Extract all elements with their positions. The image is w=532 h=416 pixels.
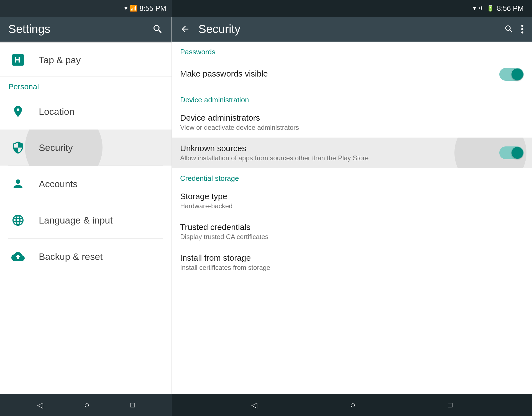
back-button[interactable] [180, 24, 190, 34]
personal-section-label: Personal [0, 77, 172, 93]
wifi-icon: ▾ [473, 5, 476, 12]
left-recent-nav[interactable]: □ [130, 401, 135, 409]
sidebar-item-security[interactable]: Security [0, 130, 172, 166]
security-header: Security [172, 17, 532, 42]
left-status-time: 8:55 PM [139, 4, 166, 13]
passwords-section-label: Passwords [172, 42, 532, 59]
battery-icon: 🔋 [487, 5, 494, 12]
location-label: Location [39, 106, 75, 117]
right-status-time: 8:56 PM [497, 4, 524, 13]
left-header: Settings [0, 17, 172, 42]
unknown-sources-subtitle: Allow installation of apps from sources … [180, 154, 494, 162]
right-home-nav[interactable]: ○ [350, 400, 355, 410]
right-nav-bar: ◁ ○ □ [172, 394, 532, 416]
backup-label: Backup & reset [39, 251, 103, 262]
header-actions [504, 24, 524, 34]
install-from-storage-item[interactable]: Install from storage Install certificate… [172, 247, 532, 278]
credential-storage-section-label: Credential storage [172, 168, 532, 186]
settings-title: Settings [8, 22, 50, 36]
trusted-credentials-title: Trusted credentials [180, 222, 524, 232]
device-admin-subtitle: View or deactivate device administrators [180, 124, 524, 131]
make-passwords-toggle[interactable] [499, 68, 524, 81]
accounts-icon [8, 174, 28, 194]
svg-point-0 [521, 25, 523, 27]
sidebar-item-accounts[interactable]: Accounts [0, 166, 172, 202]
settings-list: Tap & pay Personal Location [0, 43, 172, 394]
install-storage-subtitle: Install certificates from storage [180, 264, 524, 272]
unknown-sources-text: Unknown sources Allow installation of ap… [180, 144, 494, 162]
status-bar: ▾ 📶 8:55 PM ▾ ✈ 🔋 8:56 PM [0, 0, 532, 17]
phone-icon: 📶 [130, 5, 137, 12]
sidebar-item-language[interactable]: Language & input [0, 202, 172, 238]
storage-type-subtitle: Hardware-backed [180, 202, 524, 210]
make-passwords-text: Make passwords visible [180, 69, 494, 80]
device-admin-text: Device administrators View or deactivate… [180, 113, 524, 131]
security-search-icon[interactable] [504, 24, 514, 34]
make-passwords-title: Make passwords visible [180, 69, 494, 78]
status-bar-left: ▾ 📶 8:55 PM [0, 0, 172, 17]
unknown-sources-toggle[interactable] [499, 146, 524, 159]
sidebar-item-backup[interactable]: Backup & reset [0, 239, 172, 275]
signal-icon: ▾ [124, 5, 127, 12]
tap-pay-icon [8, 50, 28, 70]
unknown-sources-toggle-switch[interactable] [499, 146, 524, 159]
sidebar-item-location[interactable]: Location [0, 93, 172, 130]
unknown-sources-toggle-knob [511, 147, 523, 159]
right-panel: Security Passwords [172, 17, 532, 394]
trusted-credentials-text: Trusted credentials Display trusted CA c… [180, 222, 524, 241]
bottom-nav: ◁ ○ □ ◁ ○ □ [0, 394, 532, 416]
security-label: Security [39, 142, 73, 153]
right-back-nav[interactable]: ◁ [251, 400, 257, 410]
storage-type-text: Storage type Hardware-backed [180, 192, 524, 210]
passwords-toggle-switch[interactable] [499, 68, 524, 81]
backup-icon [8, 247, 28, 266]
status-bar-right: ▾ ✈ 🔋 8:56 PM [172, 0, 532, 17]
tap-pay-label: Tap & pay [39, 55, 81, 65]
make-passwords-visible-item[interactable]: Make passwords visible [172, 59, 532, 90]
unknown-sources-item[interactable]: Unknown sources Allow installation of ap… [172, 138, 532, 168]
unknown-sources-title: Unknown sources [180, 144, 494, 153]
main-content: Settings Tap & pay Per [0, 17, 532, 394]
left-panel: Settings Tap & pay Per [0, 17, 172, 394]
right-recent-nav[interactable]: □ [448, 401, 452, 409]
left-nav-bar: ◁ ○ □ [0, 394, 172, 416]
install-storage-title: Install from storage [180, 253, 524, 263]
device-administrators-item[interactable]: Device administrators View or deactivate… [172, 107, 532, 138]
device-admin-title: Device administrators [180, 113, 524, 123]
language-label: Language & input [39, 215, 113, 226]
passwords-toggle-knob [511, 69, 523, 80]
language-icon [8, 210, 28, 230]
search-icon[interactable] [152, 24, 163, 35]
svg-point-1 [521, 28, 523, 30]
storage-type-item[interactable]: Storage type Hardware-backed [172, 186, 532, 216]
left-home-nav[interactable]: ○ [84, 400, 89, 410]
trusted-credentials-item[interactable]: Trusted credentials Display trusted CA c… [172, 216, 532, 247]
accounts-label: Accounts [39, 179, 78, 189]
tap-pay-item[interactable]: Tap & pay [0, 43, 172, 77]
install-storage-text: Install from storage Install certificate… [180, 253, 524, 272]
storage-type-title: Storage type [180, 192, 524, 201]
location-icon [8, 102, 28, 121]
security-content: Passwords Make passwords visible Device … [172, 42, 532, 394]
security-panel-title: Security [198, 22, 496, 36]
airplane-icon: ✈ [479, 5, 484, 12]
svg-point-2 [521, 31, 523, 34]
left-back-nav[interactable]: ◁ [37, 400, 43, 410]
more-options-icon[interactable] [521, 24, 524, 34]
trusted-credentials-subtitle: Display trusted CA certificates [180, 233, 524, 241]
device-admin-section-label: Device administration [172, 90, 532, 107]
security-icon [8, 138, 28, 157]
